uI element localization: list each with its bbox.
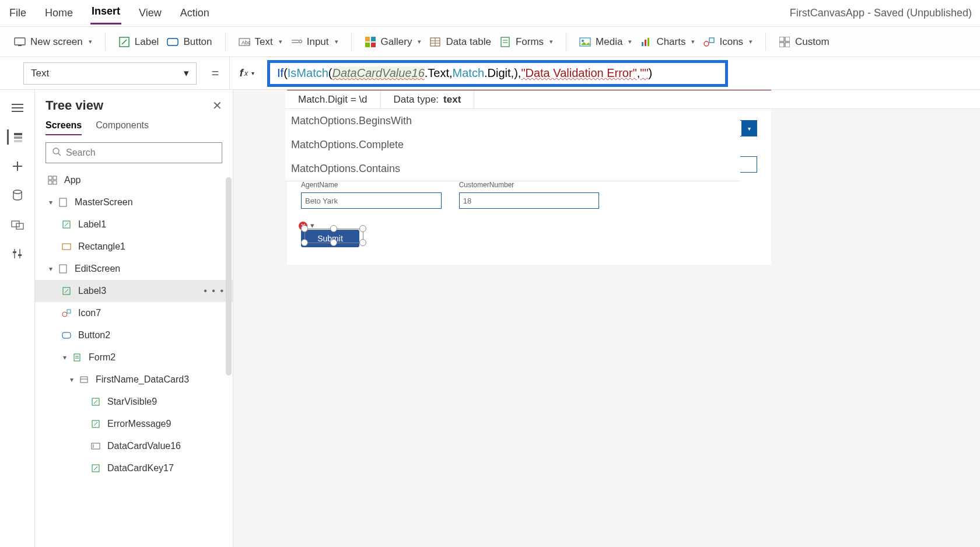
menu-action[interactable]: Action <box>179 3 211 23</box>
customernumber-input[interactable] <box>459 192 600 209</box>
formula-token: ) <box>649 66 653 80</box>
media-menu[interactable]: Media▾ <box>579 36 632 48</box>
media-rail-icon[interactable] <box>10 217 25 232</box>
search-input[interactable]: Search <box>46 142 222 163</box>
svg-rect-49 <box>53 176 57 180</box>
menu-insert[interactable]: Insert <box>90 2 121 24</box>
tree-node-form2[interactable]: ▾Form2 <box>35 346 233 369</box>
tree-node-starvisible[interactable]: StarVisible9 <box>35 391 233 413</box>
chevron-down-icon: ▾ <box>749 38 752 45</box>
svg-rect-27 <box>779 37 784 41</box>
new-screen-button[interactable]: New screen▾ <box>14 36 92 48</box>
label-icon <box>61 219 72 230</box>
chevron-down-icon: ▾ <box>184 67 189 79</box>
icon-icon <box>61 307 72 319</box>
label-button[interactable]: Label <box>118 36 159 48</box>
chevron-down-icon[interactable]: ▾ <box>68 376 76 384</box>
add-icon[interactable] <box>10 159 25 174</box>
svg-rect-24 <box>648 38 649 46</box>
tree-node-icon7[interactable]: Icon7 <box>35 302 233 324</box>
scrollbar-thumb[interactable] <box>226 177 232 376</box>
tab-components[interactable]: Components <box>96 120 149 135</box>
chevron-down-icon: ▾ <box>550 38 553 45</box>
tree-node-label: DataCardKey17 <box>107 463 174 474</box>
svg-rect-34 <box>14 133 22 135</box>
svg-rect-30 <box>785 43 790 47</box>
formula-token: .Text, <box>425 66 453 80</box>
tree-node-app[interactable]: App <box>35 169 233 191</box>
formula-token: ) <box>514 66 518 80</box>
chevron-down-icon[interactable]: ▾ <box>61 353 69 362</box>
property-selector[interactable]: Text ▾ <box>23 62 197 85</box>
tree-node-button2[interactable]: Button2 <box>35 324 233 346</box>
datatype-label: Data type: <box>394 94 439 106</box>
button-button[interactable]: Button <box>167 36 212 48</box>
text-menu[interactable]: AbcText▾ <box>239 36 282 48</box>
tab-screens[interactable]: Screens <box>46 120 82 135</box>
tree-node-label: EditScreen <box>75 264 120 274</box>
chevron-down-icon: ▾ <box>89 38 92 45</box>
tree-node-label3[interactable]: Label3• • • <box>35 280 233 302</box>
svg-rect-11 <box>365 43 370 47</box>
svg-rect-12 <box>371 43 376 47</box>
charts-menu[interactable]: Charts▾ <box>640 36 695 48</box>
tree-node-label: StarVisible9 <box>107 397 157 407</box>
fx-button[interactable]: fx▾ <box>229 57 264 89</box>
field-label: AgentName <box>301 181 442 189</box>
intellisense-option[interactable]: MatchOptions.Contains <box>285 157 740 181</box>
svg-rect-26 <box>709 38 714 43</box>
tree-node-label: MasterScreen <box>75 197 133 208</box>
datatable-button[interactable]: Data table <box>429 36 491 48</box>
menu-home[interactable]: Home <box>44 3 74 23</box>
formula-input[interactable]: If(IsMatch(DataCardValue16.Text, Match.D… <box>267 60 728 87</box>
chevron-down-icon: ▾ <box>418 38 421 45</box>
tools-icon[interactable] <box>10 246 25 261</box>
tree-node-label: Button2 <box>78 330 110 341</box>
tree-node-label1[interactable]: Label1 <box>35 213 233 236</box>
more-icon[interactable]: • • • <box>204 286 225 296</box>
tree-node-datacardvalue[interactable]: DataCardValue16 <box>35 435 233 457</box>
svg-rect-51 <box>53 181 57 184</box>
hamburger-icon[interactable] <box>10 100 25 115</box>
tree-node-editscreen[interactable]: ▾EditScreen <box>35 258 233 280</box>
app-title: FirstCanvasApp - Saved (Unpublished) <box>790 7 972 19</box>
tree-node-errormessage[interactable]: ErrorMessage9 <box>35 413 233 435</box>
intellisense-option[interactable]: MatchOptions.Complete <box>285 133 740 157</box>
input-menu[interactable]: Input▾ <box>290 36 338 48</box>
tree-node-datacardkey[interactable]: DataCardKey17 <box>35 457 233 479</box>
tree-node-label: Form2 <box>89 352 116 363</box>
tree-title: Tree view✕ <box>46 98 222 113</box>
gallery-menu[interactable]: Gallery▾ <box>365 36 422 48</box>
chevron-down-icon[interactable]: ▾ <box>47 198 55 206</box>
screen-icon <box>14 36 26 48</box>
svg-rect-62 <box>74 354 80 361</box>
svg-rect-35 <box>14 136 22 139</box>
intellisense-info: Match.Digit = \d Data type: text <box>285 90 980 109</box>
label-label: Label <box>135 36 159 48</box>
svg-rect-55 <box>62 244 71 250</box>
tree-view-icon[interactable] <box>7 129 22 145</box>
icons-menu[interactable]: Icons▾ <box>703 36 752 48</box>
menu-view[interactable]: View <box>138 3 163 23</box>
custom-menu[interactable]: Custom <box>779 36 830 48</box>
svg-line-74 <box>94 467 97 470</box>
label3-selection[interactable]: ✕ ▾ <box>301 225 366 245</box>
svg-rect-65 <box>80 377 88 383</box>
svg-line-68 <box>94 400 97 404</box>
tree-node-firstname-datacard[interactable]: ▾FirstName_DataCard3 <box>35 369 233 391</box>
forms-menu[interactable]: Forms▾ <box>499 36 553 48</box>
svg-point-21 <box>582 40 584 42</box>
formula-token: "" <box>640 66 648 80</box>
tree-node-label: FirstName_DataCard3 <box>96 374 189 385</box>
menu-file[interactable]: File <box>8 3 27 23</box>
chevron-down-icon[interactable]: ▾ <box>47 265 55 273</box>
close-icon[interactable]: ✕ <box>212 99 222 113</box>
tree-node-masterscreen[interactable]: ▾MasterScreen <box>35 191 233 213</box>
tree-node-rectangle1[interactable]: Rectangle1 <box>35 236 233 258</box>
intellisense-option[interactable]: MatchOptions.BeginsWith <box>285 109 740 133</box>
agentname-input[interactable] <box>301 192 442 209</box>
chevron-down-icon: ▾ <box>741 121 757 136</box>
data-icon[interactable] <box>10 188 25 203</box>
custom-label: Custom <box>795 36 830 48</box>
tree-list: App ▾MasterScreen Label1 Rectangle1 ▾Edi… <box>35 169 233 531</box>
